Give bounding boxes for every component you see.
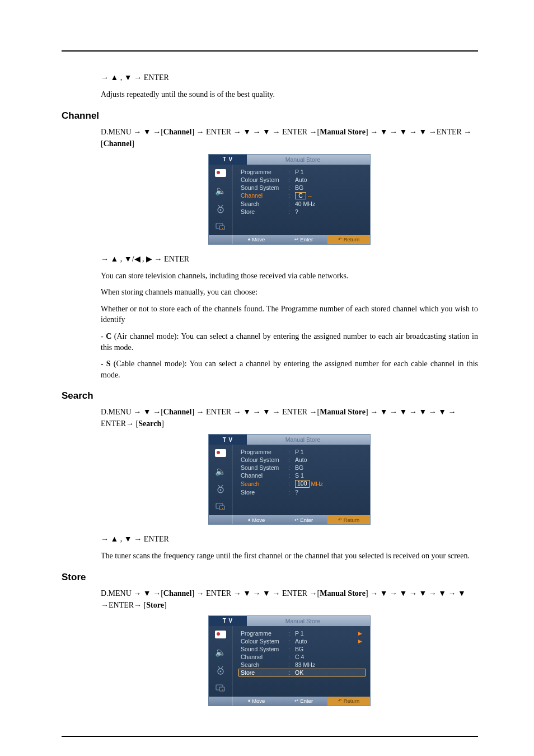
heading-channel: Channel xyxy=(62,110,478,122)
picture-icon xyxy=(215,629,226,640)
heading-search: Search xyxy=(62,390,478,402)
svg-point-8 xyxy=(220,489,222,491)
osd-store: T V Manual Store 🔈 xyxy=(208,615,371,706)
svg-point-15 xyxy=(220,671,222,673)
store-nav: D.MENU → ▼ →[Channel] → ENTER → ▼ → ▼ → … xyxy=(101,587,478,611)
svg-rect-5 xyxy=(219,226,224,230)
picture-icon xyxy=(215,448,226,458)
svg-line-2 xyxy=(218,205,220,207)
search-p1: The tuner scans the frequency range unti… xyxy=(101,550,478,562)
svg-line-9 xyxy=(218,485,220,487)
osd-footer-return: ↶Return xyxy=(327,235,370,244)
svg-line-3 xyxy=(221,205,223,207)
svg-rect-12 xyxy=(219,506,224,510)
osd-footer-enter: ↩Enter xyxy=(280,236,327,242)
osd-footer-move: ♦Move xyxy=(233,236,280,242)
svg-point-6 xyxy=(222,228,223,229)
channel-p5: - S (Cable channel mode): You can select… xyxy=(101,358,478,380)
svg-point-20 xyxy=(222,689,223,690)
svg-rect-19 xyxy=(219,687,224,691)
channel-icon xyxy=(215,204,226,214)
sound-icon: 🔈 xyxy=(215,466,226,476)
channel-p4: - C (Air channel mode): You can select a… xyxy=(101,331,478,353)
svg-line-10 xyxy=(221,485,223,487)
channel-p1: You can store television channels, inclu… xyxy=(101,270,478,282)
osd-search: T V Manual Store 🔈 xyxy=(208,434,371,525)
setup-icon xyxy=(215,683,226,693)
svg-point-13 xyxy=(222,508,223,509)
sound-icon: 🔈 xyxy=(215,186,226,196)
prev-para: Adjusts repeatedly until the sound is of… xyxy=(101,89,478,100)
channel-icon xyxy=(215,484,226,494)
svg-line-16 xyxy=(218,666,220,669)
channel-icon xyxy=(215,665,226,675)
channel-p2: When storing channels manually, you can … xyxy=(101,287,478,298)
search-nav: D.MENU → ▼ →[Channel] → ENTER → ▼ → ▼ → … xyxy=(101,406,478,430)
sound-icon: 🔈 xyxy=(215,647,226,657)
channel-nav: D.MENU → ▼ →[Channel] → ENTER → ▼ → ▼ → … xyxy=(101,126,478,150)
arrow-icon: ▶ xyxy=(358,640,362,643)
search-nav-after: → ▲ , ▼ → ENTER xyxy=(101,533,478,545)
heading-store: Store xyxy=(62,572,478,583)
setup-icon xyxy=(215,502,226,512)
picture-icon xyxy=(215,168,226,178)
osd-tab: T V xyxy=(209,155,247,165)
channel-p3: Whether or not to store each of the chan… xyxy=(101,304,478,325)
svg-line-17 xyxy=(221,666,223,669)
channel-nav-after: → ▲ , ▼/◀ , ▶ → ENTER xyxy=(101,253,478,265)
setup-icon xyxy=(215,222,226,232)
arrow-icon: ▶ xyxy=(358,632,362,635)
osd-channel: T V Manual Store 🔈 xyxy=(208,154,371,245)
prev-nav-step: → ▲ , ▼ → ENTER xyxy=(101,72,478,83)
osd-title: Manual Store xyxy=(247,156,370,163)
svg-point-1 xyxy=(220,209,222,211)
